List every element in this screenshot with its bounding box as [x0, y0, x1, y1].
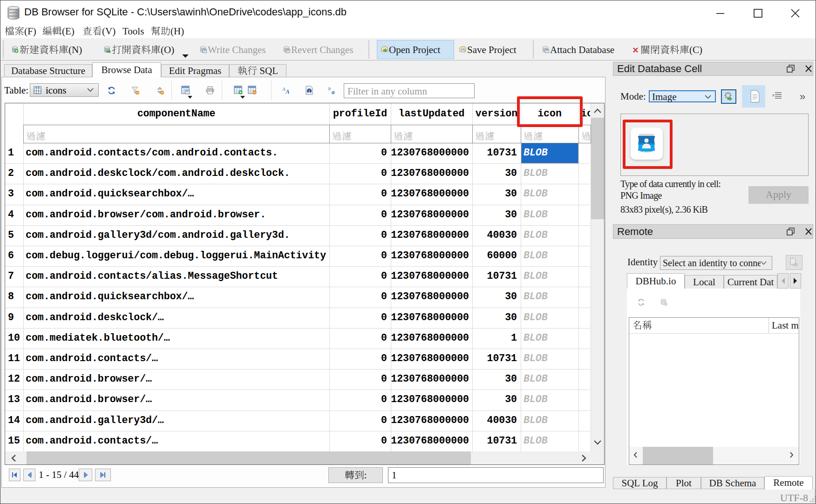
svg-text:b: b — [328, 86, 331, 91]
svg-text:A: A — [285, 88, 290, 95]
svg-text:a: a — [332, 88, 335, 95]
